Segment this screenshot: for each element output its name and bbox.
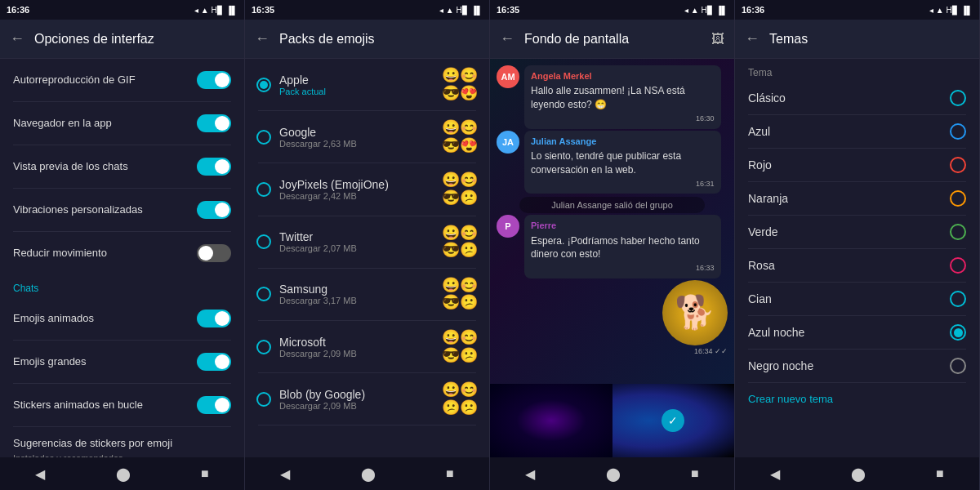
chats-item-1: Emojis grandes — [0, 341, 244, 383]
toggle-2[interactable] — [197, 158, 231, 176]
status-bar-1: 16:36 ◂ ▲ H▊ ▐▌ — [0, 0, 244, 20]
pack-sub-5: Descargar 2,09 MB — [279, 349, 434, 359]
theme-item-0[interactable]: Clásico — [735, 82, 979, 114]
status-time-1: 16:36 — [7, 5, 29, 15]
pack-name-4: Samsung — [279, 283, 434, 296]
nav-back-1[interactable]: ◀ — [35, 466, 45, 482]
chats-toggle-1[interactable] — [197, 353, 231, 371]
back-button-4[interactable]: ← — [745, 30, 760, 47]
emoji-pack-5[interactable]: Microsoft Descargar 2,09 MB 😀😊😎😕 — [245, 321, 489, 372]
radio-2 — [256, 182, 271, 197]
settings-item-2: Vista previa de los chats — [0, 145, 244, 188]
chats-toggle-0[interactable] — [197, 310, 231, 327]
toggle-1[interactable] — [197, 114, 231, 132]
msg-avatar-3: P — [497, 215, 519, 238]
chats-item-2: Stickers animados en bucle — [0, 384, 244, 426]
pack-sub-2: Descargar 2,42 MB — [279, 191, 434, 201]
nav-back-3[interactable]: ◀ — [525, 466, 535, 482]
msg-bubble-0: Angela Merkel Hallo alle zusammen! ¡La N… — [524, 65, 721, 129]
nav-recents-2[interactable]: ■ — [446, 466, 454, 481]
panel-header-3: ← Fondo de pantalla 🖼 — [490, 20, 734, 59]
emoji-pack-1[interactable]: Google Descargar 2,63 MB 😀😊😎😍 — [245, 111, 489, 163]
pack-sub-6: Descargar 2,09 MB — [279, 401, 434, 411]
toggle-4[interactable] — [197, 244, 231, 262]
nav-back-4[interactable]: ◀ — [770, 466, 780, 482]
nav-home-4[interactable]: ⬤ — [851, 466, 866, 482]
chats-toggle-2[interactable] — [197, 396, 231, 414]
nav-bar-3: ◀ ⬤ ■ — [490, 457, 734, 490]
panel-wallpaper: 16:35 ◂ ▲ H▊ ▐▌ ← Fondo de pantalla 🖼 AM… — [490, 0, 735, 490]
theme-name-4: Verde — [748, 225, 950, 238]
emoji-preview-2: 😀😊😎😕 — [442, 172, 478, 207]
toggle-3[interactable] — [197, 201, 231, 219]
status-bar-4: 16:36 ◂ ▲ H▊ ▐▌ — [735, 0, 979, 20]
radio-4 — [256, 287, 271, 301]
pack-sub-1: Descargar 2,63 MB — [279, 139, 434, 149]
theme-name-7: Azul noche — [748, 326, 950, 339]
battery-icon-4: ▐▌ — [961, 6, 973, 15]
status-time-3: 16:35 — [497, 5, 519, 15]
sticker-time: 16:34 ✓✓ — [662, 347, 728, 355]
theme-name-6: Cian — [748, 292, 950, 305]
emoji-pack-4[interactable]: Samsung Descargar 3,17 MB 😀😊😎😕 — [245, 269, 489, 320]
nav-bar-1: ◀ ⬤ ■ — [0, 457, 244, 490]
chats-label-3: Sugerencias de stickers por emojiInstala… — [13, 437, 231, 457]
theme-item-2[interactable]: Rojo — [735, 149, 979, 181]
battery-icon-2: ▐▌ — [471, 6, 483, 15]
emoji-pack-6[interactable]: Blob (by Google) Descargar 2,09 MB 😀😊😕😕 — [245, 373, 489, 425]
panel-themes: 16:36 ◂ ▲ H▊ ▐▌ ← Temas Tema Clásico Azu… — [735, 0, 980, 490]
settings-label-2: Vista previa de los chats — [13, 160, 197, 174]
msg-row-0: AM Angela Merkel Hallo alle zusammen! ¡L… — [497, 65, 728, 131]
emoji-pack-3[interactable]: Twitter Descargar 2,07 MB 😀😊😎😕 — [245, 216, 489, 268]
theme-item-6[interactable]: Cian — [735, 283, 979, 315]
pack-name-0: Apple — [279, 74, 434, 87]
theme-item-1[interactable]: Azul — [735, 115, 979, 148]
theme-radio-8 — [950, 358, 966, 374]
msg-row-3: P Pierre Espera. ¡Podríamos haber hecho … — [497, 215, 728, 280]
theme-item-8[interactable]: Negro noche — [735, 350, 979, 382]
theme-item-7[interactable]: Azul noche — [735, 316, 979, 349]
back-button-3[interactable]: ← — [500, 30, 514, 47]
panel-header-4: ← Temas — [735, 20, 979, 59]
status-icons-3: ◂ ▲ H▊ ▐▌ — [684, 6, 728, 15]
pack-name-2: JoyPixels (EmojiOne) — [279, 178, 434, 191]
theme-item-3[interactable]: Naranja — [735, 182, 979, 215]
wifi-icon-4: ▲ — [936, 6, 944, 15]
back-button-1[interactable]: ← — [10, 30, 24, 47]
settings-label-4: Reducir movimiento — [13, 247, 197, 261]
toggle-0[interactable] — [197, 71, 231, 89]
create-theme-button[interactable]: Crear nuevo tema — [735, 383, 979, 415]
nav-back-2[interactable]: ◀ — [280, 466, 290, 482]
theme-item-5[interactable]: Rosa — [735, 249, 979, 282]
back-button-2[interactable]: ← — [255, 30, 270, 47]
battery-icon-3: ▐▌ — [716, 6, 728, 15]
theme-item-4[interactable]: Verde — [735, 216, 979, 248]
nav-recents-4[interactable]: ■ — [936, 466, 944, 481]
theme-section-label: Tema — [735, 59, 979, 82]
nav-recents-1[interactable]: ■ — [201, 466, 209, 481]
pack-info-5: Microsoft Descargar 2,09 MB — [279, 336, 434, 359]
msg-bubble-1: Julian Assange Lo siento, tendré que pub… — [524, 131, 721, 194]
signal-icon-1: H▊ — [212, 6, 224, 15]
panel-header-1: ← Opciones de interfaz — [0, 20, 244, 59]
location-icon-1: ◂ — [194, 6, 198, 15]
image-icon-3[interactable]: 🖼 — [711, 32, 724, 47]
nav-home-1[interactable]: ⬤ — [116, 466, 131, 482]
location-icon-3: ◂ — [684, 6, 688, 15]
pack-name-5: Microsoft — [279, 336, 434, 349]
signal-icon-2: H▊ — [457, 6, 469, 15]
wallpaper-thumb-2[interactable]: ✓ — [612, 384, 735, 457]
msg-text-3: Espera. ¡Podríamos haber hecho tanto din… — [531, 235, 700, 261]
nav-home-3[interactable]: ⬤ — [606, 466, 621, 482]
chats-label-1: Emojis grandes — [13, 355, 197, 369]
nav-recents-3[interactable]: ■ — [691, 466, 699, 481]
emoji-pack-2[interactable]: JoyPixels (EmojiOne) Descargar 2,42 MB 😀… — [245, 163, 489, 215]
radio-1 — [256, 130, 271, 145]
msg-text-1: Lo siento, tendré que publicar esta conv… — [531, 150, 681, 176]
pack-info-6: Blob (by Google) Descargar 2,09 MB — [279, 388, 434, 411]
theme-name-0: Clásico — [748, 91, 950, 105]
wallpaper-thumb-1[interactable] — [490, 384, 612, 457]
nav-home-2[interactable]: ⬤ — [361, 466, 376, 482]
emoji-pack-0[interactable]: Apple Pack actual 😀😊😎😍 — [245, 59, 489, 110]
battery-icon-1: ▐▌ — [226, 6, 238, 15]
